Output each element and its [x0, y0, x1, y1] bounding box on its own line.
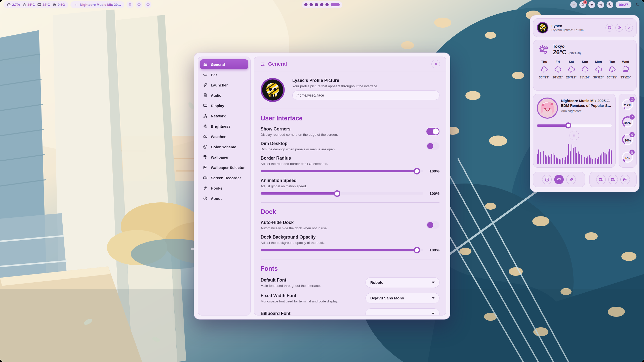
visualizer-bar [545, 155, 546, 164]
show-corners-toggle[interactable] [426, 128, 439, 135]
workspace-dot[interactable] [315, 3, 318, 6]
palette-icon [203, 145, 208, 149]
images-icon [623, 177, 628, 182]
power-saver-mode-button[interactable] [566, 175, 576, 184]
visualizer-bar [573, 148, 574, 164]
temperature-stat: 44°C [22, 3, 35, 7]
video-icon [599, 177, 603, 182]
weather-card: Tokyo 26°C (GMT+9) Thu 30°/23° Fri 26°/2… [533, 40, 637, 91]
sidebar-item-general[interactable]: General [200, 59, 248, 69]
forecast-day-thu: Thu 30°/23° [538, 60, 550, 79]
profile-description: Your profile picture that appears throug… [292, 84, 439, 88]
tray-app-icon [571, 3, 576, 7]
overview-button[interactable] [634, 1, 640, 8]
uptime-text: System uptime: 1h23m [551, 28, 584, 32]
workspace-dot[interactable] [310, 3, 313, 6]
clock-pill[interactable]: 00:27 [616, 1, 631, 8]
cloud-rain-icon [554, 66, 561, 74]
music-progress-slider[interactable] [537, 123, 612, 128]
cloud-rain-icon [581, 66, 589, 74]
auto-hide-dock-toggle[interactable] [426, 221, 439, 229]
screenshots-button[interactable] [620, 175, 630, 184]
dock-opacity-slider[interactable] [261, 249, 423, 251]
desktop: 2.7% 44°C 38°C 9.6G Nightcore Music Mix … [0, 0, 644, 362]
slider-handle[interactable] [334, 190, 340, 197]
profile-title: Lysec's Profile Picture [292, 78, 439, 83]
dim-desktop-toggle[interactable] [426, 142, 439, 150]
setting-dock-opacity: Dock Background Opacity Adjust the backg… [261, 235, 439, 252]
workspace-dot[interactable] [304, 3, 308, 6]
animation-speed-slider[interactable] [261, 192, 423, 195]
profile-path-input[interactable] [292, 90, 439, 100]
skull-button[interactable] [127, 1, 133, 8]
control-panel: Lysec System uptime: 1h23m Tokyo 26°C (G… [530, 15, 639, 192]
sidebar-item-bar[interactable]: Bar [200, 70, 248, 80]
pause-button[interactable] [570, 131, 579, 140]
visualizer-bar [560, 159, 561, 164]
default-font-select[interactable]: Roboto [366, 277, 439, 288]
weather-temp: 26°C [553, 49, 567, 56]
visualizer-bar [570, 151, 571, 164]
setting-dim-desktop: Dim Desktop Dim the desktop when panels … [261, 141, 439, 151]
balanced-mode-button[interactable] [554, 175, 564, 184]
sidebar-item-wallpaper-selector[interactable]: Wallpaper Selector [200, 162, 248, 172]
cloud-icon [203, 134, 208, 139]
power-button[interactable] [615, 24, 623, 32]
visualizer-bar [540, 152, 541, 164]
mono-font-select[interactable]: DejaVu Sans Mono [366, 293, 439, 303]
track-title: Nightcore Music Mix 2025 EDM Remixes of … [561, 99, 611, 108]
sidebar-item-network[interactable]: Network [200, 111, 248, 121]
stop-record-button[interactable] [608, 175, 618, 184]
forecast-day-fri: Fri 26°/22° [551, 60, 564, 79]
chevron-down-icon [432, 313, 435, 314]
notifications-button[interactable]: 8 [579, 1, 586, 8]
sidebar-item-display[interactable]: Display [200, 101, 248, 111]
brightness-button[interactable] [597, 1, 604, 8]
visualizer-bar [609, 149, 610, 164]
visualizer-bar [597, 159, 598, 164]
visualizer-bar [598, 157, 599, 164]
video-off-icon [611, 177, 616, 182]
track-artist: Aria Nightcore [561, 109, 611, 113]
border-radius-slider[interactable] [261, 170, 423, 172]
sidebar-item-audio[interactable]: Audio [200, 90, 248, 100]
visualizer-bar [548, 155, 549, 164]
chip-icon [629, 132, 635, 137]
slider-handle[interactable] [414, 168, 420, 174]
chevron-down-icon [432, 297, 435, 299]
workspace-active[interactable] [331, 3, 340, 6]
sidebar-item-about[interactable]: About [200, 193, 248, 203]
media-pill[interactable]: Nightcore Music Mix 20… [70, 1, 124, 8]
close-button[interactable] [431, 60, 440, 68]
sidebar-item-launcher[interactable]: Launcher [200, 80, 248, 90]
profile-avatar [261, 78, 285, 102]
sidebar-item-screen-recorder[interactable]: Screen Recorder [200, 173, 248, 183]
cloud-rain-icon [540, 66, 548, 74]
slider-handle[interactable] [565, 122, 571, 128]
workspace-dot[interactable] [320, 3, 324, 6]
setting-border-radius: Border Radius Adjust the rounded border … [261, 156, 439, 173]
sidebar-item-color-scheme[interactable]: Color Scheme [200, 142, 248, 152]
sidebar-item-brightness[interactable]: Brightness [200, 121, 248, 131]
heart-button[interactable] [136, 1, 142, 8]
performance-mode-button[interactable] [542, 175, 552, 184]
heart-button-2[interactable] [145, 1, 151, 8]
screen-record-button[interactable] [596, 175, 606, 184]
sidebar-item-hooks[interactable]: Hooks [200, 183, 248, 193]
settings-button[interactable] [606, 24, 613, 32]
tray-app-button[interactable] [570, 1, 577, 8]
visualizer-bar [559, 159, 560, 164]
visualizer-bar [537, 154, 538, 164]
close-icon [434, 62, 438, 66]
workspace-dot[interactable] [326, 3, 329, 6]
volume-button[interactable] [588, 1, 595, 8]
visualizer-bar [564, 160, 565, 164]
slider-handle[interactable] [414, 247, 420, 253]
settings-scroll-area[interactable]: Lysec's Profile Picture Your profile pic… [254, 71, 446, 315]
night-light-button[interactable] [607, 1, 613, 8]
sidebar-item-wallpaper[interactable]: Wallpaper [200, 152, 248, 162]
close-panel-button[interactable] [625, 24, 633, 32]
billboard-font-select[interactable] [366, 308, 439, 315]
settings-content: General Lysec's Profile Picture Your pro… [254, 57, 446, 315]
sidebar-item-weather[interactable]: Weather [200, 131, 248, 142]
